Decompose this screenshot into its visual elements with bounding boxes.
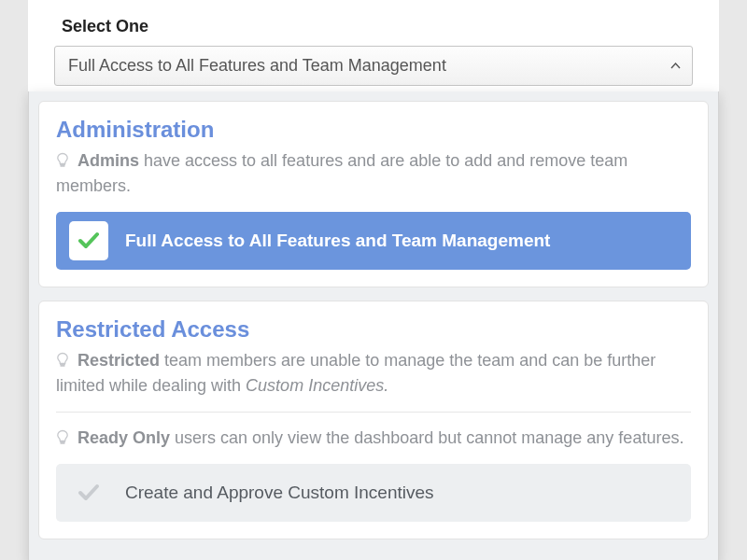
group-heading-restricted: Restricted Access <box>56 316 691 343</box>
desc-bold: Ready Only <box>78 428 170 447</box>
option-checkbox <box>69 473 108 512</box>
group-heading-administration: Administration <box>56 117 691 143</box>
check-icon <box>78 231 100 250</box>
option-create-approve-incentives[interactable]: Create and Approve Custom Incentives <box>56 464 691 522</box>
caret-up-icon <box>670 63 681 70</box>
desc-bold: Admins <box>78 151 139 170</box>
lightbulb-icon <box>56 352 69 368</box>
dropdown-panel: Administration Admins have access to all… <box>28 91 719 560</box>
option-checkbox <box>69 221 108 260</box>
option-label: Create and Approve Custom Incentives <box>125 483 434 503</box>
lightbulb-icon <box>56 152 69 168</box>
select-value: Full Access to All Features and Team Man… <box>68 56 446 75</box>
option-label: Full Access to All Features and Team Man… <box>125 231 550 251</box>
group-desc-administration: Admins have access to all features and a… <box>56 148 691 199</box>
desc-bold: Restricted <box>78 351 160 370</box>
desc-rest: users can only view the dashboard but ca… <box>170 428 684 447</box>
group-administration: Administration Admins have access to all… <box>38 101 709 287</box>
desc-rest: have access to all features and are able… <box>56 151 627 195</box>
field-label: Select One <box>62 17 693 36</box>
desc-em: Custom Incentives. <box>246 376 388 395</box>
divider <box>56 412 691 413</box>
group-desc-restricted-2: Ready Only users can only view the dashb… <box>56 426 691 451</box>
option-full-access[interactable]: Full Access to All Features and Team Man… <box>56 212 691 270</box>
lightbulb-icon <box>56 429 69 445</box>
access-level-select[interactable]: Full Access to All Features and Team Man… <box>54 46 693 86</box>
group-restricted: Restricted Access Restricted team member… <box>38 301 709 539</box>
check-icon <box>78 483 100 502</box>
group-desc-restricted-1: Restricted team members are unable to ma… <box>56 348 691 399</box>
